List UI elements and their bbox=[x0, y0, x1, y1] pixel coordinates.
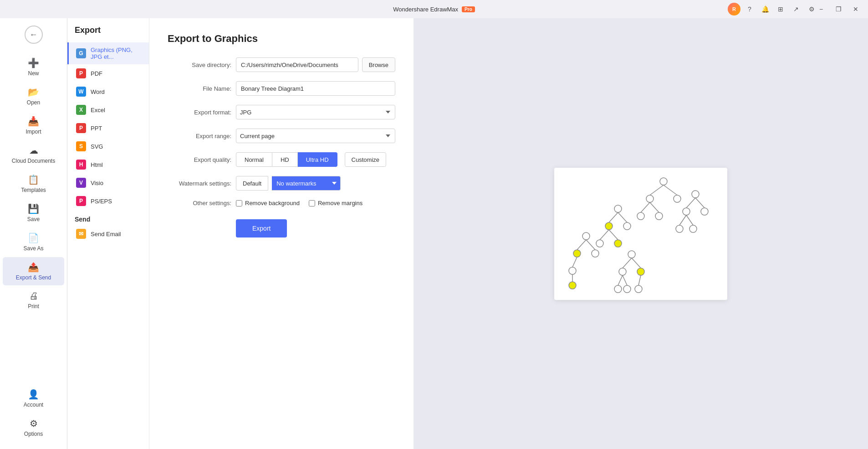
export-range-select[interactable]: Current page All pages Selected shapes bbox=[236, 129, 395, 143]
minimize-button[interactable]: − bbox=[814, 2, 828, 16]
email-icon: ✉ bbox=[76, 229, 86, 239]
svg-point-17 bbox=[676, 225, 683, 232]
sub-item-svg-label: SVG bbox=[91, 143, 103, 150]
svg-point-23 bbox=[623, 222, 631, 230]
notification-icon[interactable]: 🔔 bbox=[759, 3, 771, 15]
svg-point-45 bbox=[623, 285, 631, 293]
svg-point-40 bbox=[619, 268, 626, 275]
restore-button[interactable]: ❐ bbox=[832, 2, 845, 16]
form-title: Export to Graphics bbox=[168, 33, 395, 45]
export-format-select[interactable]: JPG PNG BMP SVG GIF TIFF bbox=[236, 105, 395, 119]
sub-item-html-label: Html bbox=[91, 161, 103, 168]
sub-item-visio[interactable]: V Visio bbox=[67, 174, 149, 192]
sidebar-item-options[interactable]: ⚙ Options bbox=[3, 413, 64, 442]
sidebar-item-templates[interactable]: 📋 Templates bbox=[3, 170, 64, 198]
help-icon[interactable]: ? bbox=[743, 3, 756, 15]
layout-wrapper: ← ➕ New 📂 Open 📥 Import ☁ Cloud Document… bbox=[0, 0, 868, 449]
back-button[interactable]: ← bbox=[25, 26, 43, 44]
html-icon: H bbox=[76, 160, 86, 170]
export-range-row: Export range: Current page All pages Sel… bbox=[168, 129, 395, 143]
cloud-icon: ☁ bbox=[29, 145, 38, 156]
templates-icon: 📋 bbox=[28, 174, 39, 185]
watermark-controls: Default No watermarks Custom watermark bbox=[236, 176, 395, 191]
print-icon: 🖨 bbox=[29, 291, 38, 301]
watermark-row: Watermark settings: Default No watermark… bbox=[168, 176, 395, 191]
customize-button[interactable]: Customize bbox=[345, 152, 386, 167]
remove-margins-label[interactable]: Remove margins bbox=[309, 200, 363, 206]
send-section-label: Send bbox=[67, 210, 149, 225]
browse-button[interactable]: Browse bbox=[362, 57, 395, 72]
sub-item-pdf[interactable]: P PDF bbox=[67, 64, 149, 83]
user-avatar[interactable]: R bbox=[728, 3, 740, 15]
sidebar-item-save-label: Save bbox=[27, 216, 40, 222]
sub-item-email[interactable]: ✉ Send Email bbox=[67, 225, 149, 243]
export-button[interactable]: Export bbox=[236, 219, 287, 237]
save-directory-row: Save directory: Browse bbox=[168, 57, 395, 72]
sub-item-pseps-label: PS/EPS bbox=[91, 198, 112, 205]
sidebar-item-print-label: Print bbox=[28, 303, 39, 310]
watermark-default-button[interactable]: Default bbox=[236, 176, 268, 191]
save-directory-input[interactable] bbox=[236, 57, 358, 72]
window-controls: − ❐ ✕ bbox=[814, 2, 863, 16]
sub-item-html[interactable]: H Html bbox=[67, 155, 149, 174]
sidebar-item-import[interactable]: 📥 Import bbox=[3, 111, 64, 139]
sidebar-item-save[interactable]: 💾 Save bbox=[3, 199, 64, 227]
account-icon: 👤 bbox=[28, 389, 39, 400]
svg-point-47 bbox=[635, 285, 642, 293]
export-quality-controls: Normal HD Ultra HD Customize bbox=[236, 152, 395, 167]
svg-point-44 bbox=[614, 285, 622, 293]
word-icon: W bbox=[76, 87, 86, 97]
options-icon: ⚙ bbox=[30, 418, 38, 429]
sidebar-item-new-label: New bbox=[28, 70, 39, 77]
sub-item-pdf-label: PDF bbox=[91, 70, 102, 77]
new-icon: ➕ bbox=[28, 57, 39, 68]
preview-area bbox=[414, 18, 868, 449]
sub-item-graphics[interactable]: G Graphics (PNG, JPG et... bbox=[67, 42, 149, 64]
visio-icon: V bbox=[76, 178, 86, 188]
export-title: Export bbox=[67, 26, 149, 42]
sub-item-graphics-label: Graphics (PNG, JPG et... bbox=[91, 46, 142, 60]
sidebar-item-open[interactable]: 📂 Open bbox=[3, 82, 64, 110]
sub-item-svg[interactable]: S SVG bbox=[67, 137, 149, 155]
close-button[interactable]: ✕ bbox=[849, 2, 863, 16]
share-icon[interactable]: ↗ bbox=[790, 3, 802, 15]
grid-icon[interactable]: ⊞ bbox=[774, 3, 787, 15]
svg-point-9 bbox=[655, 212, 663, 220]
export-quality-row: Export quality: Normal HD Ultra HD Custo… bbox=[168, 152, 395, 167]
quality-hd-button[interactable]: HD bbox=[272, 152, 298, 167]
main-content: Export to Graphics Save directory: Brows… bbox=[149, 18, 868, 449]
sub-item-excel[interactable]: X Excel bbox=[67, 101, 149, 119]
remove-background-label[interactable]: Remove background bbox=[236, 200, 300, 206]
svg-point-36 bbox=[569, 282, 576, 289]
svg-point-19 bbox=[614, 205, 622, 212]
quality-ultrahd-button[interactable]: Ultra HD bbox=[298, 152, 337, 167]
svg-point-31 bbox=[573, 250, 581, 257]
svg-point-27 bbox=[614, 240, 622, 247]
export-icon: 📤 bbox=[28, 262, 39, 273]
export-format-row: Export format: JPG PNG BMP SVG GIF TIFF bbox=[168, 105, 395, 119]
ppt-icon: P bbox=[76, 123, 86, 133]
sub-item-ppt[interactable]: P PPT bbox=[67, 119, 149, 137]
sub-item-word-label: Word bbox=[91, 88, 105, 95]
other-settings-controls: Remove background Remove margins bbox=[236, 200, 395, 206]
sub-item-word[interactable]: W Word bbox=[67, 83, 149, 101]
remove-background-checkbox[interactable] bbox=[236, 200, 242, 206]
sidebar-item-account[interactable]: 👤 Account bbox=[3, 384, 64, 413]
sidebar-item-new[interactable]: ➕ New bbox=[3, 53, 64, 81]
export-range-label: Export range: bbox=[168, 133, 231, 139]
svg-point-4 bbox=[646, 195, 654, 202]
svg-point-8 bbox=[637, 212, 644, 220]
sub-item-pseps[interactable]: P PS/EPS bbox=[67, 192, 149, 210]
quality-normal-button[interactable]: Normal bbox=[236, 152, 272, 167]
sidebar-item-export[interactable]: 📤 Export & Send bbox=[3, 257, 64, 285]
pdf-icon: P bbox=[76, 68, 86, 78]
remove-margins-checkbox[interactable] bbox=[309, 200, 315, 206]
watermark-select[interactable]: No watermarks Custom watermark bbox=[272, 176, 341, 191]
file-name-input[interactable] bbox=[236, 81, 395, 96]
export-format-label: Export format: bbox=[168, 109, 231, 116]
sidebar-item-cloud[interactable]: ☁ Cloud Documents bbox=[3, 140, 64, 169]
sub-item-visio-label: Visio bbox=[91, 180, 103, 186]
sidebar-item-saveas[interactable]: 📄 Save As bbox=[3, 228, 64, 256]
sidebar-item-print[interactable]: 🖨 Print bbox=[3, 286, 64, 314]
svg-point-28 bbox=[582, 232, 590, 240]
